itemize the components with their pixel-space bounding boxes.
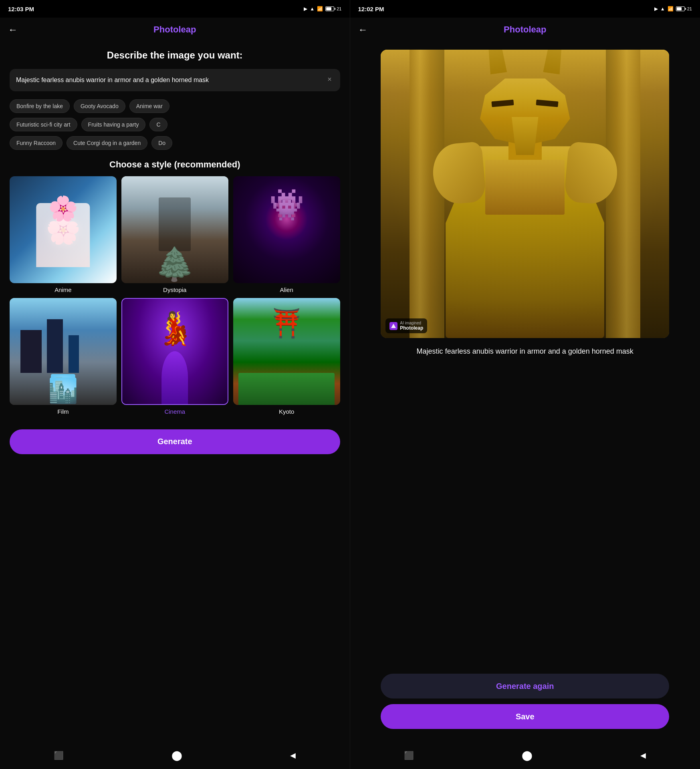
style-label-alien: Alien bbox=[280, 286, 293, 293]
generated-content: AI imagined Photoleap Majestic fearless … bbox=[350, 42, 700, 745]
right-top-nav: ← Photoleap bbox=[350, 18, 700, 42]
text-input-value: Majestic fearless anubis warrior in armo… bbox=[16, 76, 209, 83]
generate-button[interactable]: Generate bbox=[10, 429, 340, 454]
style-label-anime: Anime bbox=[54, 286, 72, 293]
generated-image-container: AI imagined Photoleap bbox=[381, 50, 669, 338]
left-status-icons: ▶ ▲ 📶 21 bbox=[304, 6, 341, 12]
left-phone-panel: 12:03 PM ▶ ▲ 📶 21 ← Photoleap Describe t… bbox=[0, 0, 350, 769]
right-app-title: Photoleap bbox=[504, 24, 546, 35]
chip-raccoon[interactable]: Funny Raccoon bbox=[10, 136, 63, 150]
chip-corgi[interactable]: Cute Corgi dog in a garden bbox=[67, 136, 147, 150]
chip-scifi[interactable]: Futuristic sci-fi city art bbox=[10, 118, 77, 131]
right-battery-icon bbox=[676, 6, 685, 11]
style-label-cinema: Cinema bbox=[164, 408, 185, 415]
youtube-icon: ▶ bbox=[304, 6, 307, 12]
style-label-kyoto: Kyoto bbox=[279, 408, 294, 415]
right-nav-stop-icon[interactable]: ⬛ bbox=[404, 751, 414, 760]
battery-icon bbox=[325, 6, 334, 11]
style-img-film: 🏙️ bbox=[10, 298, 117, 405]
describe-heading: Describe the image you want: bbox=[10, 50, 340, 61]
style-label-film: Film bbox=[57, 408, 69, 415]
chip-avocado[interactable]: Gooty Avocado bbox=[74, 99, 125, 113]
style-item-kyoto[interactable]: ⛩️ Kyoto bbox=[233, 298, 340, 415]
generate-again-button[interactable]: Generate again bbox=[381, 674, 669, 699]
right-battery-percent: 21 bbox=[687, 6, 692, 11]
right-bottom-nav: ⬛ ⬤ ◀ bbox=[350, 745, 700, 769]
right-youtube-icon: ▶ bbox=[654, 6, 658, 12]
watermark-text: AI imagined Photoleap bbox=[400, 321, 423, 331]
left-status-time: 12:03 PM bbox=[8, 6, 34, 12]
clear-button[interactable]: × bbox=[325, 74, 335, 84]
chips-row-3: Funny Raccoon Cute Corgi dog in a garden… bbox=[10, 136, 340, 150]
style-img-anime: 🌸 bbox=[10, 176, 117, 283]
style-img-cinema: 💃 bbox=[121, 298, 228, 405]
style-img-dystopia: 🌲 bbox=[121, 176, 228, 283]
chip-bonfire[interactable]: Bonfire by the lake bbox=[10, 99, 70, 113]
watermark: AI imagined Photoleap bbox=[385, 318, 427, 333]
watermark-app-label: Photoleap bbox=[400, 325, 423, 331]
right-signal-icon: ▲ bbox=[660, 6, 665, 12]
text-input-area[interactable]: Majestic fearless anubis warrior in armo… bbox=[10, 69, 340, 91]
signal-icon: ▲ bbox=[310, 6, 315, 12]
save-button[interactable]: Save bbox=[381, 704, 669, 729]
style-item-alien[interactable]: 👾 Alien bbox=[233, 176, 340, 293]
chips-row-1: Bonfire by the lake Gooty Avocado Anime … bbox=[10, 99, 340, 113]
style-item-film[interactable]: 🏙️ Film bbox=[10, 298, 117, 415]
chips-row-2: Futuristic sci-fi city art Fruits having… bbox=[10, 118, 340, 131]
right-wifi-icon: 📶 bbox=[668, 6, 674, 12]
right-status-time: 12:02 PM bbox=[358, 6, 384, 12]
style-heading: Choose a style (recommended) bbox=[10, 159, 340, 170]
style-grid: 🌸 Anime 🌲 Dystopia 👾 bbox=[10, 176, 340, 415]
nav-back-icon[interactable]: ◀ bbox=[290, 751, 296, 760]
chip-anime-war[interactable]: Anime war bbox=[129, 99, 169, 113]
generate-actions: Generate again Save bbox=[381, 674, 669, 737]
anubis-art bbox=[381, 50, 669, 338]
right-nav-back-icon[interactable]: ◀ bbox=[640, 751, 646, 760]
style-item-dystopia[interactable]: 🌲 Dystopia bbox=[121, 176, 228, 293]
battery-percent: 21 bbox=[337, 6, 341, 11]
left-back-button[interactable]: ← bbox=[8, 25, 18, 34]
style-item-cinema[interactable]: 💃 Cinema bbox=[121, 298, 228, 415]
style-item-anime[interactable]: 🌸 Anime bbox=[10, 176, 117, 293]
wifi-icon: 📶 bbox=[317, 6, 323, 12]
style-label-dystopia: Dystopia bbox=[163, 286, 186, 293]
left-app-title: Photoleap bbox=[153, 24, 196, 35]
watermark-ai-label: AI imagined bbox=[400, 321, 423, 325]
watermark-logo-icon bbox=[389, 322, 397, 330]
left-status-bar: 12:03 PM ▶ ▲ 📶 21 bbox=[0, 0, 350, 18]
right-nav-home-icon[interactable]: ⬤ bbox=[522, 750, 533, 761]
left-top-nav: ← Photoleap bbox=[0, 18, 350, 42]
chip-do[interactable]: Do bbox=[151, 136, 172, 150]
right-status-bar: 12:02 PM ▶ ▲ 📶 21 bbox=[350, 0, 700, 18]
chip-fruits[interactable]: Fruits having a party bbox=[81, 118, 146, 131]
nav-stop-icon[interactable]: ⬛ bbox=[54, 751, 64, 760]
generated-caption: Majestic fearless anubis warrior in armo… bbox=[417, 346, 633, 357]
style-img-kyoto: ⛩️ bbox=[233, 298, 340, 405]
left-bottom-nav: ⬛ ⬤ ◀ bbox=[0, 745, 350, 769]
right-status-icons: ▶ ▲ 📶 21 bbox=[654, 6, 692, 12]
right-back-button[interactable]: ← bbox=[358, 25, 368, 34]
style-img-alien: 👾 bbox=[233, 176, 340, 283]
chip-c[interactable]: C bbox=[149, 118, 167, 131]
nav-home-icon[interactable]: ⬤ bbox=[171, 750, 182, 761]
left-main-content: Describe the image you want: Majestic fe… bbox=[0, 42, 350, 745]
right-phone-panel: 12:02 PM ▶ ▲ 📶 21 ← Photoleap bbox=[350, 0, 700, 769]
